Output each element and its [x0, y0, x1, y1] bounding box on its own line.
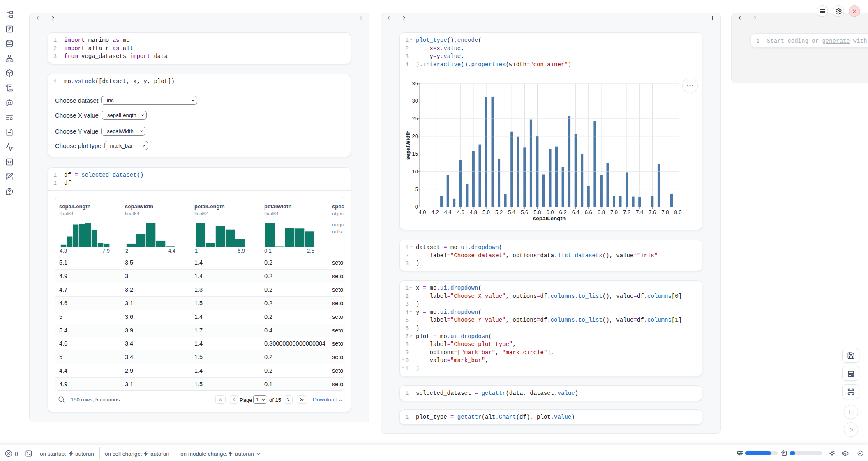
- svg-text:7.6: 7.6: [649, 209, 656, 215]
- svg-text:4.8: 4.8: [470, 209, 477, 215]
- svg-text:5.4: 5.4: [508, 209, 515, 215]
- svg-text:7.0: 7.0: [610, 209, 618, 215]
- svg-text:5: 5: [415, 186, 418, 192]
- svg-text:7.8: 7.8: [661, 209, 669, 215]
- svg-text:4.6: 4.6: [457, 209, 464, 215]
- svg-text:4.0: 4.0: [418, 209, 426, 215]
- svg-text:15: 15: [412, 151, 418, 157]
- svg-text:5.8: 5.8: [533, 209, 541, 215]
- svg-text:5.6: 5.6: [521, 209, 528, 215]
- svg-text:0: 0: [415, 204, 418, 210]
- svg-text:6.8: 6.8: [598, 209, 605, 215]
- svg-text:30: 30: [412, 98, 418, 104]
- svg-text:sepalWidth: sepalWidth: [405, 130, 411, 160]
- svg-text:6.2: 6.2: [559, 209, 567, 215]
- svg-text:6.4: 6.4: [572, 209, 579, 215]
- svg-text:8.0: 8.0: [674, 209, 681, 215]
- svg-text:7.4: 7.4: [636, 209, 643, 215]
- svg-text:5.2: 5.2: [495, 209, 503, 215]
- svg-text:25: 25: [412, 115, 418, 122]
- svg-text:4.2: 4.2: [432, 209, 439, 215]
- svg-text:35: 35: [412, 81, 418, 87]
- svg-text:7.2: 7.2: [623, 209, 630, 215]
- svg-text:20: 20: [412, 133, 418, 139]
- svg-text:10: 10: [412, 168, 418, 175]
- svg-text:4.4: 4.4: [444, 209, 452, 215]
- svg-text:6.0: 6.0: [546, 209, 554, 215]
- svg-text:6.6: 6.6: [585, 209, 592, 215]
- svg-text:sepalLength: sepalLength: [533, 215, 566, 221]
- svg-text:5.0: 5.0: [482, 209, 490, 215]
